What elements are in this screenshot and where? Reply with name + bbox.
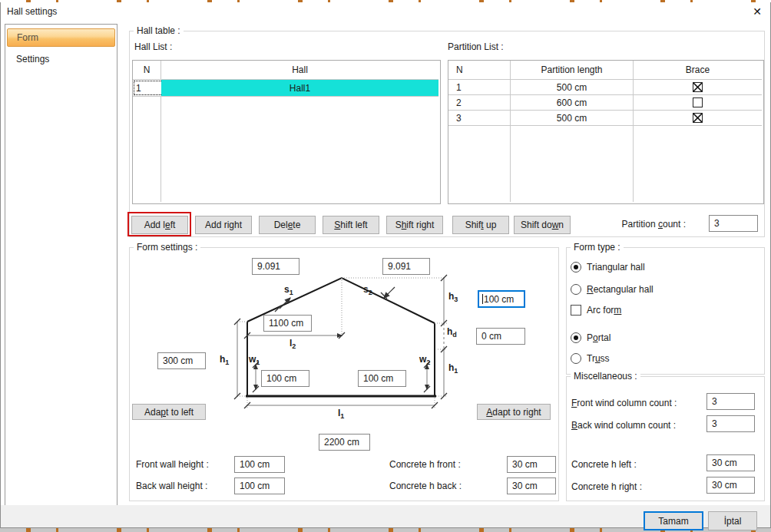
sidebar-item-label: Settings bbox=[16, 54, 49, 64]
sidebar-item-form[interactable]: Form bbox=[7, 28, 115, 47]
adapt-to-right-button[interactable]: Adapt to right bbox=[477, 404, 551, 420]
partition-row-number[interactable]: 1 bbox=[448, 80, 518, 94]
miscellaneous-group-label: Miscellaneous : bbox=[571, 371, 640, 382]
checkmark-icon bbox=[693, 114, 702, 122]
h3-label: h3 bbox=[448, 291, 458, 303]
radio-triangular-hall[interactable]: Triangular hall bbox=[571, 261, 645, 273]
w1-label: w1 bbox=[249, 354, 260, 366]
concrete-h-left-label: Concrete h left : bbox=[571, 459, 637, 470]
hall-list-table: N Hall 1 Hall1 bbox=[132, 60, 441, 204]
w1-input[interactable]: 100 cm bbox=[261, 370, 309, 387]
brace-checkbox[interactable] bbox=[634, 80, 762, 94]
hall-list-label: Hall List : bbox=[134, 41, 172, 52]
front-wall-height-label: Front wall height : bbox=[136, 459, 209, 470]
partition-column-header-length: Partition length bbox=[511, 61, 633, 79]
l1-input[interactable]: 2200 cm bbox=[319, 434, 370, 451]
hall-row-number-cell[interactable]: 1 bbox=[133, 80, 164, 96]
back-wall-height-input[interactable]: 100 cm bbox=[234, 477, 285, 494]
partition-length-cell[interactable]: 600 cm bbox=[511, 95, 633, 110]
dialog-title: Hall settings bbox=[7, 6, 57, 17]
h1-right-label: h1 bbox=[448, 362, 458, 375]
radio-rectangular-hall[interactable]: Rectangular hall bbox=[571, 283, 654, 296]
h1-left-input[interactable]: 300 cm bbox=[157, 352, 206, 369]
partition-length-cell[interactable]: 500 cm bbox=[511, 80, 633, 94]
slope2-label: s2 bbox=[363, 284, 372, 296]
w2-input[interactable]: 100 cm bbox=[358, 370, 406, 387]
back-wall-height-label: Back wall height : bbox=[136, 481, 207, 491]
partition-count-input[interactable]: 3 bbox=[709, 215, 758, 232]
partition-length-cell[interactable]: 500 cm bbox=[511, 111, 633, 125]
h3-input[interactable]: 100 cm bbox=[478, 290, 525, 308]
shift-down-button[interactable]: Shift down bbox=[514, 216, 571, 234]
front-wind-column-count-input[interactable]: 3 bbox=[706, 393, 755, 410]
checkbox-icon bbox=[693, 97, 703, 107]
form-type-group-label: Form type : bbox=[571, 242, 624, 253]
hd-label: hd bbox=[447, 326, 457, 339]
l2-label: l2 bbox=[290, 338, 296, 350]
hd-input[interactable]: 0 cm bbox=[476, 328, 525, 345]
delete-button[interactable]: Delete bbox=[259, 216, 316, 234]
h1-left-label: h1 bbox=[220, 354, 229, 366]
concrete-h-back-input[interactable]: 30 cm bbox=[507, 477, 556, 494]
checkmark-icon bbox=[693, 83, 702, 91]
radio-dot bbox=[574, 335, 578, 340]
back-wind-column-count-label: Back wind column count : bbox=[571, 420, 676, 431]
radio-truss[interactable]: Truss bbox=[571, 352, 610, 365]
radio-portal[interactable]: Portal bbox=[571, 332, 611, 344]
checkbox-arc-form[interactable]: Arc form bbox=[571, 304, 621, 316]
close-icon[interactable]: ✕ bbox=[748, 3, 766, 20]
w2-label: w2 bbox=[419, 354, 430, 366]
radio-icon bbox=[571, 353, 581, 364]
partition-column-header-brace: Brace bbox=[634, 61, 762, 79]
shift-up-button[interactable]: Shift up bbox=[452, 216, 509, 234]
sidebar-item-settings[interactable]: Settings bbox=[16, 53, 49, 65]
shift-right-button[interactable]: Shift right bbox=[386, 216, 443, 234]
checkbox-icon bbox=[693, 82, 703, 92]
partition-count-label: Partition count : bbox=[586, 219, 686, 230]
front-wall-height-input[interactable]: 100 cm bbox=[234, 456, 285, 473]
concrete-h-right-label: Concrete h right : bbox=[571, 481, 642, 492]
adapt-to-left-button[interactable]: Adapt to left bbox=[132, 404, 206, 420]
partition-row-number[interactable]: 3 bbox=[448, 111, 518, 125]
concrete-h-right-input[interactable]: 30 cm bbox=[706, 477, 755, 494]
row-separator bbox=[448, 125, 762, 126]
partition-row-number[interactable]: 2 bbox=[448, 95, 518, 110]
partition-list-label: Partition List : bbox=[448, 41, 504, 52]
window-top-edge bbox=[0, 0, 771, 2]
partition-column-header-n: N bbox=[448, 61, 518, 79]
concrete-h-back-label: Concrete h back : bbox=[389, 481, 462, 491]
hall-column-header-n: N bbox=[133, 61, 160, 79]
radio-icon bbox=[571, 332, 581, 343]
sidebar: Form Settings bbox=[5, 24, 117, 506]
ok-button[interactable]: Tamam bbox=[644, 511, 703, 530]
front-wind-column-count-label: Front wind column count : bbox=[571, 398, 677, 408]
checkbox-icon bbox=[571, 305, 581, 316]
concrete-h-left-input[interactable]: 30 cm bbox=[706, 454, 755, 471]
brace-checkbox[interactable] bbox=[634, 111, 762, 125]
back-wind-column-count-input[interactable]: 3 bbox=[706, 415, 755, 432]
hall-column-header-hall: Hall bbox=[161, 61, 438, 79]
concrete-h-front-input[interactable]: 30 cm bbox=[507, 456, 556, 473]
l1-label: l1 bbox=[338, 408, 344, 420]
slope-left-input[interactable]: 9.091 bbox=[252, 258, 299, 275]
add-left-button[interactable]: Add left bbox=[131, 216, 188, 234]
checkbox-icon bbox=[693, 113, 703, 123]
slope-right-input[interactable]: 9.091 bbox=[382, 258, 430, 275]
sidebar-item-label: Form bbox=[17, 32, 38, 43]
radio-dot bbox=[574, 265, 578, 269]
hall-settings-dialog: Hall settings ✕ Form Settings Hall table… bbox=[0, 0, 771, 532]
text-cursor bbox=[482, 294, 483, 304]
concrete-h-front-label: Concrete h front : bbox=[389, 459, 461, 470]
add-right-button[interactable]: Add right bbox=[195, 216, 252, 234]
partition-list-table: N Partition length Brace 1 500 cm 2 600 … bbox=[448, 60, 764, 204]
slope1-label: s1 bbox=[284, 284, 293, 296]
brace-checkbox[interactable] bbox=[634, 95, 762, 110]
shift-left-button[interactable]: Shift left bbox=[323, 216, 379, 234]
hall-row-name-cell[interactable]: Hall1 bbox=[161, 80, 438, 96]
hall-table-group-label: Hall table : bbox=[134, 25, 184, 36]
radio-icon bbox=[571, 262, 581, 273]
radio-icon bbox=[571, 284, 581, 295]
cancel-button[interactable]: İptal bbox=[708, 511, 757, 530]
l2-input[interactable]: 1100 cm bbox=[263, 315, 312, 332]
window-left-border bbox=[0, 2, 1, 528]
